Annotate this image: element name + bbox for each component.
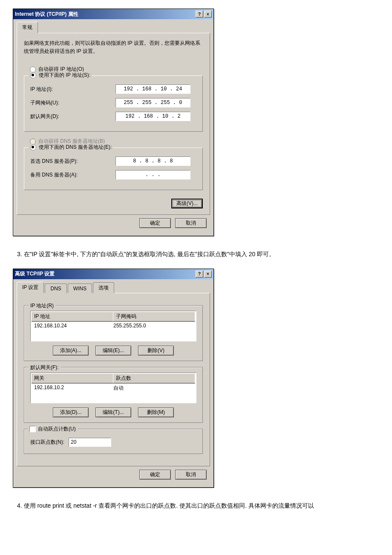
ip-address-label: IP 地址(I): bbox=[30, 86, 115, 93]
ip-addresses-legend: IP 地址(R) bbox=[29, 302, 55, 309]
radio-icon bbox=[30, 72, 36, 78]
alternate-dns-input[interactable]: . . . bbox=[115, 170, 190, 179]
default-gateways-group: 默认网关(F): 网关 跃点数 192.168.10.2 自动 添加(D)...… bbox=[24, 367, 203, 423]
cancel-button[interactable]: 取消 bbox=[175, 218, 207, 228]
dialog-title: Internet 协议 (TCP/IP) 属性 bbox=[15, 11, 78, 18]
ok-button[interactable]: 确定 bbox=[139, 470, 171, 480]
delete-gateway-button[interactable]: 删除(M) bbox=[138, 408, 174, 417]
description-text: 如果网络支持此功能，则可以获取自动指派的 IP 设置。否则，您需要从网络系统管理… bbox=[24, 39, 203, 55]
gateway-column-header: 网关 bbox=[32, 374, 113, 383]
gateways-list[interactable]: 网关 跃点数 192.168.10.2 自动 bbox=[30, 373, 196, 403]
tab-strip: IP 设置 DNS WINS 选项 bbox=[17, 282, 210, 293]
add-ip-button[interactable]: 添加(A)... bbox=[53, 346, 89, 356]
auto-metric-checkbox[interactable]: 自动跃点计数(U) bbox=[28, 425, 78, 433]
close-button[interactable]: × bbox=[204, 271, 212, 278]
alternate-dns-label: 备用 DNS 服务器(A): bbox=[30, 171, 115, 179]
dialog-title: 高级 TCP/IP 设置 bbox=[15, 270, 55, 278]
titlebar: Internet 协议 (TCP/IP) 属性 ? × bbox=[13, 9, 213, 19]
ip-addresses-list[interactable]: IP 地址 子网掩码 192.168.10.24 255.255.255.0 bbox=[30, 311, 196, 341]
edit-ip-button[interactable]: 编辑(E)... bbox=[95, 346, 131, 356]
subnet-mask-label: 子网掩码(U): bbox=[30, 99, 115, 107]
radio-manual-dns[interactable]: 使用下面的 DNS 服务器地址(E): bbox=[29, 144, 113, 151]
checkbox-icon bbox=[29, 426, 36, 432]
help-button[interactable]: ? bbox=[196, 11, 203, 17]
instruction-step-4: 4. 使用 route print 或 netstat -r 查看两个网卡的出口… bbox=[17, 500, 379, 511]
metric-group: 自动跃点计数(U) 接口跃点数(N): 20 bbox=[24, 429, 203, 454]
preferred-dns-label: 首选 DNS 服务器(P): bbox=[30, 158, 115, 165]
tab-options[interactable]: 选项 bbox=[93, 282, 114, 293]
delete-ip-button[interactable]: 删除(V) bbox=[138, 346, 174, 356]
tab-general[interactable]: 常规 bbox=[17, 22, 38, 33]
close-button[interactable]: × bbox=[204, 11, 212, 17]
radio-icon bbox=[30, 145, 36, 150]
ip-column-header: IP 地址 bbox=[32, 312, 113, 321]
metric-column-header: 跃点数 bbox=[113, 374, 195, 383]
instruction-step-3: 3. 在"IP 设置"标签卡中, 下方的"自动跃点"的复选框取消勾选, 最后在"… bbox=[17, 249, 379, 260]
radio-manual-ip[interactable]: 使用下面的 IP 地址(S): bbox=[29, 72, 92, 79]
tab-strip: 常规 bbox=[17, 22, 210, 33]
cancel-button[interactable]: 取消 bbox=[175, 470, 207, 480]
advanced-button[interactable]: 高级(V)... bbox=[171, 199, 203, 208]
titlebar: 高级 TCP/IP 设置 ? × bbox=[13, 269, 213, 279]
interface-metric-input[interactable]: 20 bbox=[69, 438, 111, 447]
default-gateways-legend: 默认网关(F): bbox=[29, 364, 61, 371]
tab-dns[interactable]: DNS bbox=[45, 283, 66, 293]
mask-column-header: 子网掩码 bbox=[113, 312, 195, 321]
add-gateway-button[interactable]: 添加(D)... bbox=[53, 408, 89, 417]
ip-addresses-group: IP 地址(R) IP 地址 子网掩码 192.168.10.24 255.25… bbox=[24, 305, 203, 361]
tcpip-properties-dialog: Internet 协议 (TCP/IP) 属性 ? × 常规 如果网络支持此功能… bbox=[13, 9, 214, 236]
default-gateway-input[interactable]: 192 . 168 . 10 . 2 bbox=[115, 112, 190, 121]
list-item[interactable]: 192.168.10.2 自动 bbox=[32, 384, 195, 393]
default-gateway-label: 默认网关(D): bbox=[30, 113, 115, 120]
ok-button[interactable]: 确定 bbox=[139, 218, 171, 228]
advanced-tcpip-dialog: 高级 TCP/IP 设置 ? × IP 设置 DNS WINS 选项 IP 地址… bbox=[13, 269, 214, 488]
preferred-dns-input[interactable]: 8 . 8 . 8 . 8 bbox=[115, 156, 190, 166]
ip-address-input[interactable]: 192 . 168 . 10 . 24 bbox=[115, 84, 190, 94]
subnet-mask-input[interactable]: 255 . 255 . 255 . 0 bbox=[115, 98, 190, 107]
interface-metric-label: 接口跃点数(N): bbox=[30, 439, 64, 446]
tab-wins[interactable]: WINS bbox=[68, 283, 92, 293]
tab-ip-settings[interactable]: IP 设置 bbox=[17, 282, 44, 293]
list-item[interactable]: 192.168.10.24 255.255.255.0 bbox=[32, 322, 195, 330]
edit-gateway-button[interactable]: 编辑(T)... bbox=[95, 408, 131, 417]
help-button[interactable]: ? bbox=[196, 271, 203, 278]
